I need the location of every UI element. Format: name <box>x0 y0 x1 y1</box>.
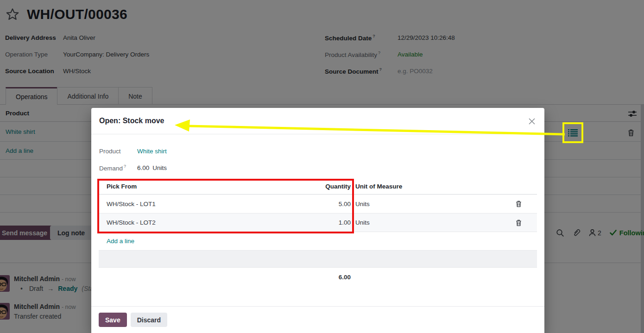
demand-value[interactable]: 6.00 <box>137 164 149 171</box>
col-header-uom[interactable]: Unit of Measure <box>351 183 505 190</box>
product-link[interactable]: White shirt <box>137 148 167 155</box>
close-icon[interactable] <box>527 116 537 126</box>
table-row-add: Add a line <box>99 232 537 251</box>
stock-move-dialog: Open: Stock move Product White shirt Dem… <box>91 108 544 333</box>
dialog-field-demand: Demand? 6.00 Units <box>91 161 175 175</box>
table-row: WH/Stock - LOT1 5.00 Units <box>99 195 537 214</box>
col-header-quantity[interactable]: Quantity <box>264 183 351 190</box>
table-row: WH/Stock - LOT2 1.00 Units <box>99 214 537 232</box>
help-icon: ? <box>124 164 126 169</box>
dialog-field-product: Product White shirt <box>91 144 175 158</box>
pick-from-cell[interactable]: WH/Stock - LOT1 <box>99 201 264 207</box>
quantity-total: 6.00 <box>264 274 351 281</box>
dialog-header: Open: Stock move <box>91 108 544 134</box>
quantity-cell[interactable]: 5.00 <box>264 201 351 207</box>
uom-cell[interactable]: Units <box>351 201 505 207</box>
uom-cell[interactable]: Units <box>351 219 505 226</box>
add-a-line-link[interactable]: Add a line <box>107 238 134 245</box>
field-label: Demand? <box>99 164 137 172</box>
dialog-title: Open: Stock move <box>99 117 164 125</box>
demand-uom: Units <box>152 164 167 171</box>
pick-from-table: Pick From Quantity Unit of Measure WH/St… <box>99 178 537 286</box>
pick-from-cell[interactable]: WH/Stock - LOT2 <box>99 219 264 226</box>
delete-row-trash-icon[interactable] <box>515 200 522 207</box>
delete-row-trash-icon[interactable] <box>515 219 522 226</box>
table-empty-band <box>99 251 537 268</box>
save-button[interactable]: Save <box>99 313 127 327</box>
discard-button[interactable]: Discard <box>131 313 167 327</box>
pick-from-table-header: Pick From Quantity Unit of Measure <box>99 178 537 195</box>
col-header-pick-from[interactable]: Pick From <box>99 183 264 190</box>
table-total-row: 6.00 <box>99 268 537 286</box>
screen: WH/OUT/00036 Delivery Address Anita Oliv… <box>0 0 644 333</box>
quantity-cell[interactable]: 1.00 <box>264 219 351 226</box>
dialog-footer: Save Discard <box>91 306 544 333</box>
field-label: Product <box>99 148 137 155</box>
